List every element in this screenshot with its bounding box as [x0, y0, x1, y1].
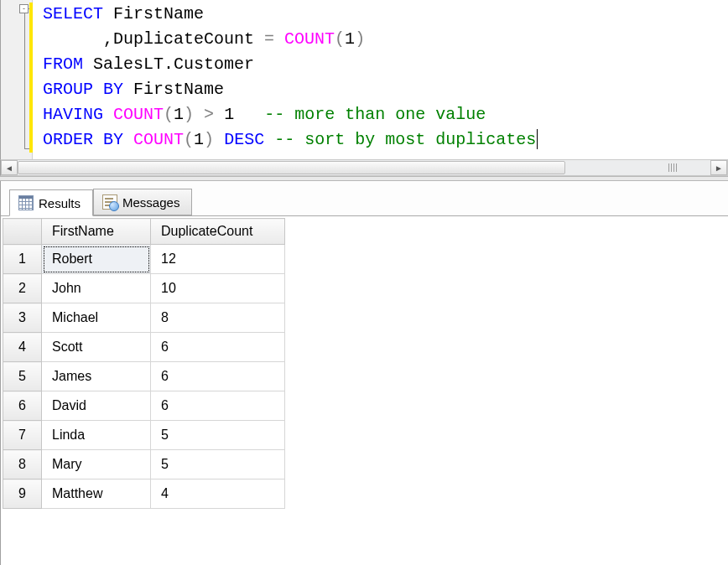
- cell-firstname[interactable]: Matthew: [42, 479, 151, 509]
- cell-duplicatecount[interactable]: 12: [151, 245, 285, 274]
- table-row[interactable]: 1 Robert 12: [3, 245, 285, 274]
- num: 1: [174, 105, 184, 124]
- paren: ): [184, 105, 194, 124]
- sql-editor[interactable]: - SELECT FirstName ,DuplicateCount = COU…: [0, 0, 728, 159]
- scroll-left-button[interactable]: ◄: [1, 160, 18, 175]
- table-row[interactable]: 6 David 6: [3, 391, 285, 421]
- cell-duplicatecount[interactable]: 10: [151, 274, 285, 303]
- scroll-track[interactable]: [18, 160, 710, 175]
- kw-desc: DESC: [224, 130, 264, 149]
- row-number[interactable]: 5: [3, 362, 42, 391]
- text-caret: [537, 129, 538, 149]
- table-row[interactable]: 9 Matthew 4: [3, 479, 285, 509]
- cell-firstname[interactable]: Linda: [42, 421, 151, 450]
- cell-firstname[interactable]: John: [42, 274, 151, 303]
- row-number[interactable]: 1: [3, 245, 42, 274]
- fn-count: COUNT: [113, 105, 164, 124]
- tab-label: Results: [39, 196, 81, 210]
- paren: ): [204, 130, 214, 149]
- code-text: ,DuplicateCount: [43, 29, 264, 49]
- code-text: FirstName: [103, 4, 204, 23]
- kw-select: SELECT: [43, 4, 103, 23]
- cell-duplicatecount[interactable]: 5: [151, 450, 285, 479]
- kw-by: BY: [103, 130, 123, 149]
- row-number[interactable]: 2: [3, 274, 42, 303]
- sp: [214, 130, 224, 149]
- num: 1: [224, 105, 234, 124]
- paren: (: [164, 105, 174, 124]
- sp: [274, 29, 284, 49]
- fn-count: COUNT: [284, 29, 335, 49]
- kw-by: BY: [103, 80, 123, 99]
- column-header-firstname[interactable]: FirstName: [42, 219, 151, 245]
- kw-from: FROM: [43, 54, 83, 74]
- table-row[interactable]: 7 Linda 5: [3, 421, 285, 450]
- row-number[interactable]: 4: [3, 333, 42, 362]
- op-gt: >: [204, 105, 214, 124]
- sp: [123, 130, 133, 149]
- grid-icon: [18, 195, 34, 210]
- op-eq: =: [264, 29, 274, 49]
- fold-guide-bottom: [24, 148, 29, 149]
- kw-having: HAVING: [43, 105, 103, 124]
- scroll-thumb[interactable]: [18, 161, 565, 174]
- paren: ): [355, 29, 365, 49]
- kw-order: ORDER: [43, 130, 93, 149]
- num: 1: [194, 130, 204, 149]
- tab-results[interactable]: Results: [9, 189, 93, 216]
- editor-gutter: -: [1, 0, 33, 159]
- row-number[interactable]: 7: [3, 421, 42, 450]
- row-number[interactable]: 8: [3, 450, 42, 479]
- table-row[interactable]: 2 John 10: [3, 274, 285, 303]
- header-row: FirstName DuplicateCount: [3, 219, 285, 245]
- code-text: SalesLT.Customer: [83, 54, 254, 74]
- cell-duplicatecount[interactable]: 6: [151, 362, 285, 391]
- table-row[interactable]: 5 James 6: [3, 362, 285, 391]
- table-row[interactable]: 4 Scott 6: [3, 333, 285, 362]
- comment: -- sort by most duplicates: [274, 130, 536, 149]
- results-grid-container: FirstName DuplicateCount 1 Robert 12 2 J…: [1, 216, 728, 565]
- sp: [194, 105, 204, 124]
- grid-body: 1 Robert 12 2 John 10 3 Michael 8 4 Scot…: [3, 245, 285, 509]
- comment: -- more than one value: [264, 105, 486, 124]
- sql-code[interactable]: SELECT FirstName ,DuplicateCount = COUNT…: [33, 0, 728, 159]
- results-pane: Results Messages FirstName DuplicateCoun…: [0, 181, 728, 565]
- messages-icon: [102, 194, 117, 210]
- cell-firstname[interactable]: Robert: [42, 245, 151, 274]
- row-number[interactable]: 6: [3, 391, 42, 421]
- cell-duplicatecount[interactable]: 6: [151, 333, 285, 362]
- table-row[interactable]: 3 Michael 8: [3, 303, 285, 333]
- sp: [103, 105, 113, 124]
- cell-duplicatecount[interactable]: 4: [151, 479, 285, 509]
- tab-label: Messages: [122, 195, 179, 210]
- cell-duplicatecount[interactable]: 6: [151, 391, 285, 421]
- row-number[interactable]: 9: [3, 479, 42, 509]
- triangle-right-icon: ►: [715, 163, 723, 173]
- sp: [264, 130, 274, 149]
- fn-count: COUNT: [133, 130, 184, 149]
- results-tabs: Results Messages: [1, 181, 728, 216]
- select-all-corner[interactable]: [3, 219, 42, 245]
- column-header-duplicatecount[interactable]: DuplicateCount: [151, 219, 285, 245]
- scroll-right-button[interactable]: ►: [710, 160, 727, 175]
- cell-duplicatecount[interactable]: 5: [151, 421, 285, 450]
- num: 1: [345, 29, 355, 49]
- fold-guide: [24, 8, 25, 149]
- cell-firstname[interactable]: Mary: [42, 450, 151, 479]
- cell-firstname[interactable]: David: [42, 391, 151, 421]
- cell-firstname[interactable]: Michael: [42, 303, 151, 333]
- tab-messages[interactable]: Messages: [93, 189, 192, 215]
- code-text: FirstName: [123, 80, 224, 99]
- cell-firstname[interactable]: James: [42, 362, 151, 391]
- table-row[interactable]: 8 Mary 5: [3, 450, 285, 479]
- paren: (: [184, 130, 194, 149]
- editor-horizontal-scrollbar[interactable]: ◄ ►: [0, 159, 728, 176]
- results-grid[interactable]: FirstName DuplicateCount 1 Robert 12 2 J…: [3, 218, 285, 509]
- sp: [214, 105, 224, 124]
- cell-duplicatecount[interactable]: 8: [151, 303, 285, 333]
- triangle-left-icon: ◄: [5, 163, 13, 173]
- row-number[interactable]: 3: [3, 303, 42, 333]
- fold-toggle-icon[interactable]: -: [19, 4, 29, 13]
- cell-firstname[interactable]: Scott: [42, 333, 151, 362]
- scroll-grip-icon: [668, 163, 677, 172]
